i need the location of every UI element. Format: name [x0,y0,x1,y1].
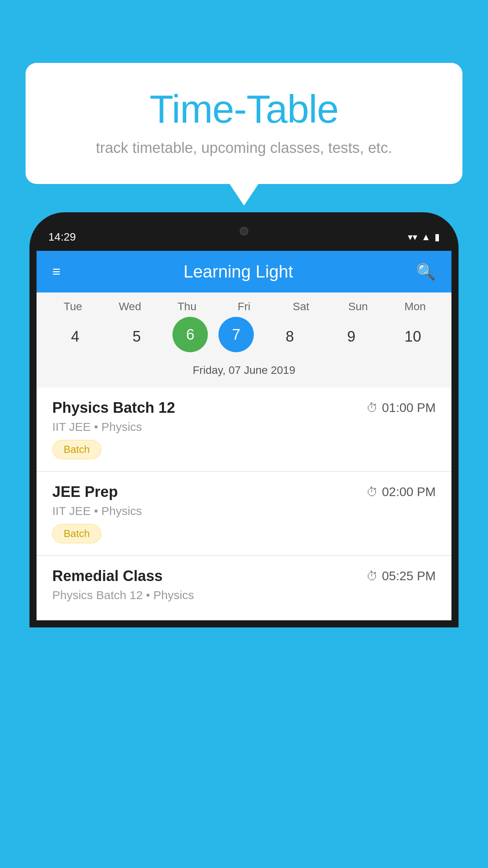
battery-icon: ▮ [435,232,440,243]
clock-icon-1: ⏱ [366,401,378,415]
clock-icon-3: ⏱ [366,570,378,583]
selected-date-label: Friday, 07 June 2019 [37,360,451,384]
app-subtitle: track timetable, upcoming classes, tests… [57,140,431,156]
class-item-physics-batch-12[interactable]: Physics Batch 12 ⏱ 01:00 PM IIT JEE • Ph… [37,388,451,471]
date-5[interactable]: 5 [111,317,162,356]
batch-badge-2: Batch [52,524,101,543]
phone-screen: ≡ Learning Light 🔍 Tue Wed Thu Fri Sat S… [37,251,451,620]
day-sun: Sun [332,300,383,313]
class-time-3: ⏱ 05:25 PM [366,569,436,583]
phone-camera [240,227,248,235]
date-6-today[interactable]: 6 [172,317,208,352]
class-time-1: ⏱ 01:00 PM [366,401,436,415]
phone-outer: 14:29 ▾▾ ▲ ▮ ≡ Learning Light 🔍 Tue [29,212,459,627]
signal-icon: ▲ [421,232,431,243]
calendar-strip: Tue Wed Thu Fri Sat Sun Mon 4 5 6 7 8 9 … [37,292,451,388]
app-title: Time-Table [57,86,431,132]
class-item-header-1: Physics Batch 12 ⏱ 01:00 PM [52,399,436,416]
clock-icon-2: ⏱ [366,485,378,499]
day-fri: Fri [218,300,270,313]
day-tue: Tue [48,300,99,313]
day-wed: Wed [105,300,156,313]
status-time: 14:29 [48,231,76,243]
class-subtitle-2: IIT JEE • Physics [52,504,436,518]
phone-mockup: 14:29 ▾▾ ▲ ▮ ≡ Learning Light 🔍 Tue [29,212,459,868]
app-header-title: Learning Light [183,262,293,281]
date-10[interactable]: 10 [387,317,438,356]
class-list: Physics Batch 12 ⏱ 01:00 PM IIT JEE • Ph… [37,388,451,620]
class-time-text-2: 02:00 PM [382,485,436,499]
class-item-header-3: Remedial Class ⏱ 05:25 PM [52,568,436,585]
class-time-2: ⏱ 02:00 PM [366,485,436,499]
wifi-icon: ▾▾ [408,232,417,243]
class-item-jee-prep[interactable]: JEE Prep ⏱ 02:00 PM IIT JEE • Physics Ba… [37,472,451,555]
class-time-text-1: 01:00 PM [382,401,436,415]
search-icon[interactable]: 🔍 [416,263,436,281]
date-8[interactable]: 8 [264,317,316,356]
class-subtitle-3: Physics Batch 12 • Physics [52,588,436,602]
day-sat: Sat [275,300,327,313]
app-header: ≡ Learning Light 🔍 [37,251,451,292]
class-item-header-2: JEE Prep ⏱ 02:00 PM [52,484,436,500]
batch-badge-1: Batch [52,440,101,459]
class-time-text-3: 05:25 PM [382,569,436,583]
date-9[interactable]: 9 [326,317,377,356]
class-name-1: Physics Batch 12 [52,399,175,416]
menu-icon[interactable]: ≡ [52,265,61,279]
speech-bubble: Time-Table track timetable, upcoming cla… [26,63,462,184]
date-7-selected[interactable]: 7 [218,317,254,352]
status-icons: ▾▾ ▲ ▮ [408,232,440,243]
phone-notch [213,219,275,243]
class-name-3: Remedial Class [52,568,163,585]
day-thu: Thu [161,300,213,313]
status-bar: 14:29 ▾▾ ▲ ▮ [37,219,451,251]
date-4[interactable]: 4 [50,317,101,356]
calendar-day-names-row: Tue Wed Thu Fri Sat Sun Mon [37,300,451,313]
day-mon: Mon [389,300,440,313]
class-subtitle-1: IIT JEE • Physics [52,420,436,434]
calendar-dates-row: 4 5 6 7 8 9 10 [37,317,451,356]
class-item-remedial[interactable]: Remedial Class ⏱ 05:25 PM Physics Batch … [37,556,451,620]
class-name-2: JEE Prep [52,484,118,500]
